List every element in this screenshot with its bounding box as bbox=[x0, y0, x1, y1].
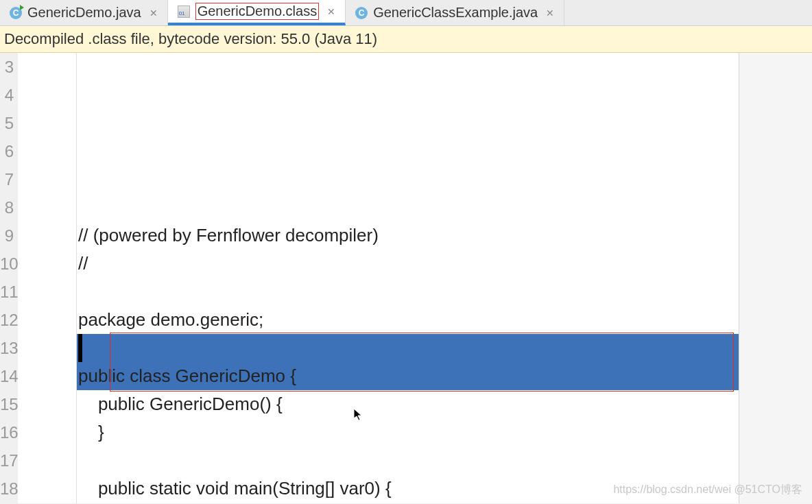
decompiled-notice: Decompiled .class file, bytecode version… bbox=[0, 26, 812, 53]
line-number: 11 bbox=[0, 278, 14, 306]
code-line[interactable]: package demo.generic; bbox=[77, 306, 739, 334]
code-line[interactable]: // (powered by Fernflower decompiler) bbox=[77, 221, 739, 250]
class-file-icon: 01 bbox=[178, 5, 190, 18]
line-number: 8 bbox=[0, 193, 14, 221]
code-line[interactable]: public class GenericDemo { bbox=[77, 362, 739, 390]
line-number-gutter: 3456789101112131415161718 bbox=[0, 53, 18, 503]
java-class-icon: C bbox=[355, 7, 368, 19]
code-line[interactable]: public GenericDemo() { bbox=[77, 390, 739, 418]
tab-bar: C GenericDemo.java ✕ 01 GenericDemo.clas… bbox=[0, 0, 812, 26]
line-number: 3 bbox=[0, 53, 14, 81]
code-line[interactable] bbox=[77, 278, 739, 306]
code-line[interactable]: } bbox=[77, 418, 739, 446]
line-number: 7 bbox=[0, 165, 14, 193]
line-number: 18 bbox=[0, 475, 14, 503]
line-number: 6 bbox=[0, 137, 14, 165]
code-line[interactable]: // bbox=[77, 250, 739, 278]
line-number: 12 bbox=[0, 306, 14, 334]
code-line[interactable] bbox=[77, 446, 739, 475]
line-number: 15 bbox=[0, 390, 14, 418]
code-area[interactable]: // (powered by Fernflower decompiler)//p… bbox=[77, 53, 739, 503]
caret bbox=[78, 334, 82, 362]
code-line[interactable] bbox=[77, 334, 739, 362]
tab-label: GenericClassExample.java bbox=[373, 5, 538, 21]
line-number: 17 bbox=[0, 446, 14, 475]
tab-generic-class-example-java[interactable]: C GenericClassExample.java ✕ bbox=[346, 0, 564, 25]
right-margin bbox=[739, 53, 812, 503]
line-number: 10 bbox=[0, 250, 14, 278]
code-editor[interactable]: 3456789101112131415161718 // (powered by… bbox=[0, 53, 812, 503]
line-number: 13 bbox=[0, 334, 14, 362]
line-number: 14 bbox=[0, 362, 14, 390]
tab-label: GenericDemo.java bbox=[27, 5, 141, 21]
tab-generic-demo-java[interactable]: C GenericDemo.java ✕ bbox=[0, 0, 168, 25]
tab-generic-demo-class[interactable]: 01 GenericDemo.class ✕ bbox=[168, 0, 346, 25]
line-number: 5 bbox=[0, 109, 14, 137]
tab-label: GenericDemo.class bbox=[195, 3, 320, 20]
line-number: 4 bbox=[0, 81, 14, 109]
close-icon[interactable]: ✕ bbox=[150, 8, 158, 19]
java-class-run-icon: C bbox=[10, 7, 22, 19]
line-number: 16 bbox=[0, 418, 14, 446]
code-margin bbox=[18, 53, 77, 503]
code-line[interactable]: public static void main(String[] var0) { bbox=[77, 475, 739, 503]
line-number: 9 bbox=[0, 221, 14, 250]
close-icon[interactable]: ✕ bbox=[327, 6, 335, 17]
close-icon[interactable]: ✕ bbox=[546, 8, 554, 19]
